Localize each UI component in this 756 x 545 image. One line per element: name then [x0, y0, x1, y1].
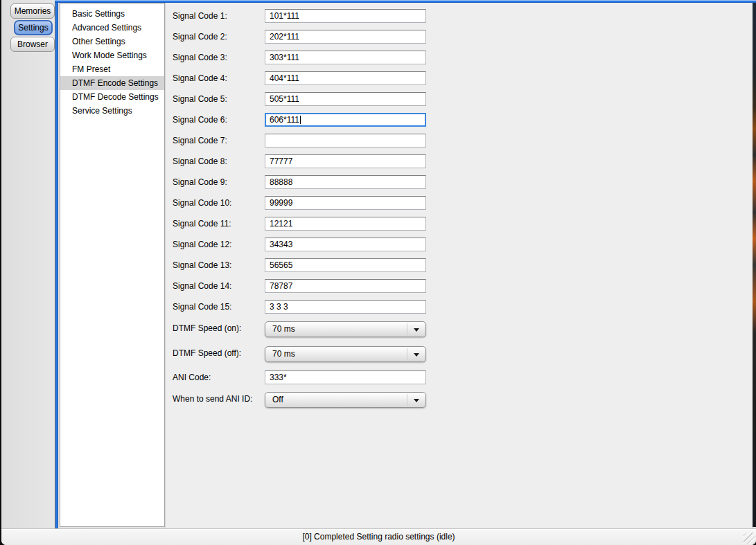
signal-code-9-label: Signal Code 9: — [173, 175, 227, 189]
chevron-down-icon — [414, 399, 419, 402]
signal-code-15-input[interactable]: 3 3 3 — [265, 300, 426, 314]
signal-code-15-value: 3 3 3 — [270, 302, 288, 312]
dtmf-speed-off-selected-value: 70 ms — [272, 347, 295, 361]
dtmf-speed-on-select[interactable]: 70 ms — [265, 321, 426, 337]
signal-code-2-value: 202*111 — [270, 32, 299, 42]
signal-code-11-label: Signal Code 11: — [173, 217, 231, 231]
signal-code-15-label: Signal Code 15: — [173, 300, 231, 314]
dtmf-speed-off-label: DTMF Speed (off): — [173, 346, 241, 360]
signal-code-10-input[interactable]: 99999 — [265, 196, 426, 210]
signal-code-8-input[interactable]: 77777 — [265, 154, 426, 168]
nav-item-service-settings[interactable]: Service Settings — [60, 104, 164, 118]
signal-code-3-input[interactable]: 303*111 — [265, 51, 426, 64]
signal-code-2-input[interactable]: 202*111 — [265, 30, 426, 44]
nav-item-other-settings[interactable]: Other Settings — [60, 35, 164, 48]
signal-code-9-value: 88888 — [270, 177, 292, 187]
tab-browser[interactable]: Browser — [10, 37, 55, 52]
signal-code-8-value: 77777 — [270, 157, 292, 166]
notebook-focus-border-top — [55, 0, 756, 3]
signal-code-1-input[interactable]: 101*111 — [265, 9, 426, 23]
nav-item-fm-preset[interactable]: FM Preset — [60, 62, 164, 76]
signal-code-7-input[interactable] — [265, 134, 426, 148]
nav-item-dtmf-decode-settings[interactable]: DTMF Decode Settings — [60, 90, 164, 104]
signal-code-14-input[interactable]: 78787 — [265, 279, 426, 293]
signal-code-1-value: 101*111 — [270, 11, 299, 21]
dtmf-encode-settings-panel: Signal Code 1:101*111Signal Code 2:202*1… — [165, 2, 753, 528]
signal-code-11-input[interactable]: 12121 — [265, 217, 426, 231]
signal-code-12-value: 34343 — [270, 240, 292, 249]
signal-code-13-value: 56565 — [270, 260, 292, 270]
chevron-down-icon — [414, 328, 419, 332]
dtmf-speed-off-select[interactable]: 70 ms — [265, 346, 426, 362]
signal-code-12-label: Signal Code 12: — [173, 238, 231, 251]
signal-code-4-label: Signal Code 4: — [173, 71, 227, 85]
signal-code-4-value: 404*111 — [270, 73, 299, 83]
signal-code-5-value: 505*111 — [270, 94, 299, 104]
tab-settings[interactable]: Settings — [14, 20, 53, 35]
signal-code-6-label: Signal Code 6: — [173, 113, 227, 127]
signal-code-1-label: Signal Code 1: — [173, 9, 227, 23]
signal-code-9-input[interactable]: 88888 — [265, 175, 426, 189]
ani-code-label: ANI Code: — [173, 370, 211, 384]
nav-item-dtmf-encode-settings[interactable]: DTMF Encode Settings — [60, 76, 164, 90]
tab-memories[interactable]: Memories — [10, 3, 55, 19]
signal-code-8-label: Signal Code 8: — [173, 154, 227, 168]
notebook-focus-border-left — [55, 0, 58, 528]
dropdown-separator — [407, 394, 407, 406]
signal-code-3-value: 303*111 — [270, 53, 299, 62]
text-caret — [300, 116, 301, 124]
signal-code-7-label: Signal Code 7: — [173, 134, 227, 148]
dtmf-speed-on-selected-value: 70 ms — [272, 322, 295, 337]
app-window: MemoriesSettingsBrowser Basic SettingsAd… — [1, 0, 756, 545]
tab-strip: MemoriesSettingsBrowser — [1, 0, 55, 528]
ani-when-selected-value: Off — [272, 393, 283, 407]
signal-code-14-label: Signal Code 14: — [173, 279, 231, 293]
signal-code-3-label: Signal Code 3: — [173, 51, 227, 64]
signal-code-6-value: 606*111 — [270, 115, 299, 125]
signal-code-2-label: Signal Code 2: — [173, 30, 227, 44]
signal-code-5-label: Signal Code 5: — [173, 92, 227, 106]
signal-code-13-label: Signal Code 13: — [173, 258, 231, 272]
status-text: [0] Completed Setting radio settings (id… — [302, 532, 455, 542]
nav-item-work-mode-settings[interactable]: Work Mode Settings — [60, 48, 164, 62]
ani-code-input[interactable]: 333* — [265, 370, 426, 384]
chevron-down-icon — [414, 353, 419, 357]
resize-grip-icon[interactable] — [744, 533, 755, 544]
signal-code-6-input[interactable]: 606*111 — [265, 113, 426, 127]
dropdown-separator — [407, 348, 407, 360]
ani-when-select[interactable]: Off — [265, 392, 426, 408]
signal-code-5-input[interactable]: 505*111 — [265, 92, 426, 106]
dtmf-speed-on-label: DTMF Speed (on): — [173, 321, 241, 335]
ani-code-value: 333* — [270, 373, 287, 382]
status-bar: [0] Completed Setting radio settings (id… — [1, 528, 756, 545]
signal-code-10-label: Signal Code 10: — [173, 196, 231, 210]
signal-code-11-value: 12121 — [270, 219, 292, 229]
signal-code-14-value: 78787 — [270, 281, 292, 291]
signal-code-13-input[interactable]: 56565 — [265, 258, 426, 272]
signal-code-10-value: 99999 — [270, 198, 292, 208]
signal-code-4-input[interactable]: 404*111 — [265, 71, 426, 85]
nav-item-advanced-settings[interactable]: Advanced Settings — [60, 21, 164, 35]
background-window-sliver — [753, 3, 756, 527]
ani-when-label: When to send ANI ID: — [173, 392, 252, 406]
settings-category-list[interactable]: Basic SettingsAdvanced SettingsOther Set… — [60, 3, 165, 527]
nav-item-basic-settings[interactable]: Basic Settings — [60, 7, 164, 21]
dropdown-separator — [407, 323, 407, 335]
signal-code-12-input[interactable]: 34343 — [265, 238, 426, 251]
